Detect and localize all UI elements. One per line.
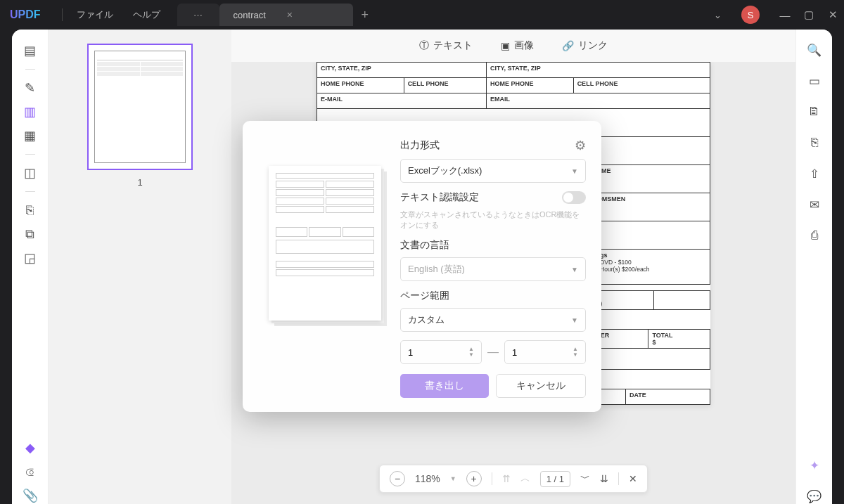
chevron-down-icon: ▼ xyxy=(571,167,578,175)
ocr-toggle[interactable] xyxy=(562,191,586,204)
export-dialog: 出力形式 ⚙ Excelブック(.xlsx) ▼ テキスト認識設定 文章がスキャ… xyxy=(243,121,601,412)
spinner-icon[interactable]: ▲▼ xyxy=(573,347,578,358)
chevron-down-icon: ▼ xyxy=(571,266,578,273)
lang-select[interactable]: English (英語) ▼ xyxy=(400,257,586,281)
range-to-input[interactable]: 1 ▲▼ xyxy=(504,340,586,364)
range-from-input[interactable]: 1 ▲▼ xyxy=(400,340,482,364)
range-value: カスタム xyxy=(408,314,445,326)
cancel-button[interactable]: キャンセル xyxy=(496,374,586,398)
ocr-label: テキスト認識設定 xyxy=(400,191,479,204)
ocr-hint: 文章がスキャンされているようなときはOCR機能をオンにする xyxy=(400,209,586,231)
chevron-down-icon: ▼ xyxy=(571,316,578,324)
format-select[interactable]: Excelブック(.xlsx) ▼ xyxy=(400,159,586,183)
export-preview xyxy=(258,138,392,398)
format-label: 出力形式 xyxy=(400,139,440,152)
gear-icon[interactable]: ⚙ xyxy=(575,138,586,153)
lang-value: English (英語) xyxy=(408,263,465,276)
preview-page xyxy=(269,166,381,321)
lang-label: 文書の言語 xyxy=(400,239,449,252)
export-button[interactable]: 書き出し xyxy=(400,374,489,398)
range-select[interactable]: カスタム ▼ xyxy=(400,308,586,332)
range-dash: — xyxy=(487,346,499,358)
spinner-icon[interactable]: ▲▼ xyxy=(468,347,474,358)
format-value: Excelブック(.xlsx) xyxy=(408,164,482,177)
range-label: ページ範囲 xyxy=(400,290,449,302)
